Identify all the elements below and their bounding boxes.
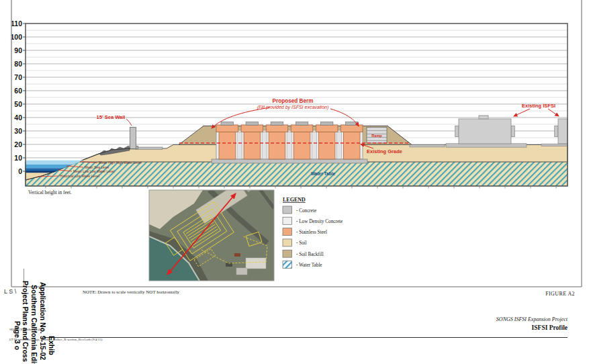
tick-label: 60 (14, 87, 22, 95)
tick-label: 0 (18, 167, 22, 175)
legend-swatch-stainless-steel (283, 228, 292, 236)
tick-label: 100 (10, 33, 22, 41)
stamp-logo-fragment: L S \ (4, 288, 17, 295)
legend-label: - Concrete (296, 208, 316, 214)
axis-ticks-bottom (46, 186, 556, 189)
mllw-label: Mean Low Low Water Level (73, 169, 115, 173)
cask (241, 122, 263, 160)
existing-isfsi-arrow-left (514, 109, 530, 116)
legend-label: - Soil Backfill (296, 252, 324, 257)
tick-label: 110 (11, 19, 22, 28)
legend-swatch-concrete (283, 206, 292, 214)
tick-label: 40 (14, 113, 22, 122)
figure-page: 110 100 90 80 70 60 50 40 30 20 10 0 15'… (0, 0, 591, 364)
proposed-berm-label: Proposed Berm (273, 98, 314, 104)
mhhw-label: Mean High High Water Level (99, 161, 142, 165)
tick-label: 80 (14, 60, 22, 68)
axis-note: Vertical height in feet. (28, 189, 72, 195)
legend-title: LEGEND (283, 197, 306, 203)
permit-stamp: L S \ Page 3 o Project Plans and Cross S… (4, 281, 56, 364)
tick-label: 90 (14, 46, 22, 54)
sea-wall (128, 128, 163, 150)
stamp-line: Page 3 o (13, 321, 21, 350)
isfsi-profile-figure: 110 100 90 80 70 60 50 40 30 20 10 0 15'… (0, 0, 591, 364)
base-slab (212, 159, 367, 163)
legend-swatch-water-table (283, 261, 292, 269)
cask (341, 122, 363, 160)
legend-label: - Stainless Steel (296, 230, 327, 235)
tick-label: 30 (14, 127, 22, 135)
stamp-line: Southern California Edis (30, 285, 38, 364)
cask (216, 122, 238, 160)
stamp-line: Project Plans and Cross Sect (21, 281, 30, 364)
cask (316, 122, 338, 160)
ramp-label: Ramp (371, 134, 382, 138)
legend-swatch-soil (283, 239, 292, 246)
legend-label: - Water Table (296, 263, 322, 268)
figure-label: FIGURE A2 (545, 291, 575, 297)
hlwl-label: Historical Low Water Level (60, 174, 99, 178)
tick-label: 70 (14, 73, 22, 81)
existing-isfsi-building-right (555, 119, 567, 144)
existing-isfsi-arrow-right (548, 109, 559, 116)
proposed-berm-sublabel: (Fill provided by ISFSI excavation) (257, 105, 329, 110)
legend: LEGEND - Concrete - Low Density Concrete… (283, 197, 343, 269)
existing-grade-label: Existing Grade (367, 148, 402, 154)
legend-label: - Low Density Concrete (296, 219, 343, 224)
tick-label: 10 (14, 154, 22, 162)
existing-isfsi-building-left (455, 116, 515, 144)
sheet-title: ISFSI Profile (532, 324, 567, 331)
legend-label: - Soil (296, 240, 307, 246)
water-table-label: Water Table (311, 171, 336, 176)
tick-label: 50 (14, 100, 22, 108)
stamp-line: Exhib (48, 336, 56, 355)
note-text: NOTE: Drawn to scale vertically NOT hori… (83, 289, 180, 295)
legend-swatch-soil-backfill (283, 250, 292, 257)
legend-swatch-low-density-concrete (283, 217, 292, 224)
project-title: SONGS ISFSI Expansion Project (496, 316, 568, 322)
existing-isfsi-label: Existing ISFSI (522, 103, 555, 109)
cask (266, 122, 288, 160)
cask (291, 122, 313, 160)
tick-label: 20 (14, 140, 22, 148)
stamp-line: Application No. 9-15-02 (39, 282, 47, 360)
y-axis-labels: 110 100 90 80 70 60 50 40 30 20 10 0 (10, 19, 22, 175)
sea-wall-label: 15' Sea Wall (97, 114, 126, 120)
